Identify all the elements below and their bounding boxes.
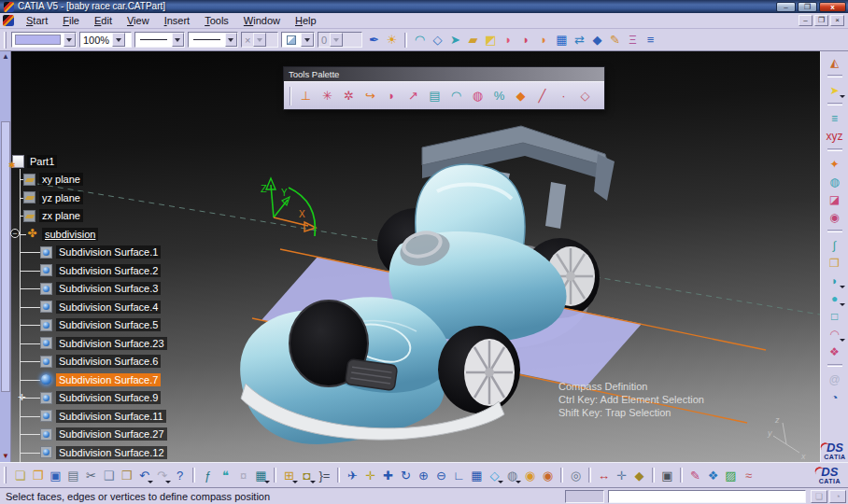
paste-icon[interactable]: ❒ <box>118 466 135 484</box>
zoom-in-icon[interactable]: ⊕ <box>415 466 432 484</box>
line-icon[interactable]: ╱ <box>533 87 551 105</box>
redo-icon[interactable]: ↷ <box>153 466 171 484</box>
menu-insert[interactable]: Insert <box>157 14 198 27</box>
globe-band-icon[interactable]: ◍ <box>825 173 845 190</box>
translate-arrow-icon[interactable]: ↪ <box>361 87 379 105</box>
formula-icon[interactable]: ƒ <box>199 466 217 484</box>
zoom-out-icon[interactable]: ⊖ <box>432 466 450 484</box>
fit-all-icon[interactable]: ✛ <box>361 466 379 484</box>
pink-patch-icon[interactable]: ❖ <box>825 343 845 360</box>
design-table-icon[interactable]: ▦ <box>252 466 270 484</box>
hatch-icon[interactable]: ▨ <box>722 466 740 484</box>
palette-grip[interactable] <box>290 87 291 105</box>
parameters-icon[interactable]: }= <box>316 466 333 484</box>
tree-item[interactable]: ✛ Subdivision Surface.6 <box>12 353 167 371</box>
tree-item[interactable]: ✛ Subdivision Surface.12 <box>12 443 167 462</box>
tree-scrollbar[interactable]: ▲ ▼ <box>0 51 11 462</box>
point-icon[interactable]: · <box>555 87 572 105</box>
manipulator-axis-icon[interactable]: ⊥ <box>297 87 315 105</box>
open-folder-icon[interactable]: ❐ <box>29 466 47 484</box>
new-icon[interactable]: ❏ <box>11 466 29 484</box>
tree-item[interactable]: ✛ Subdivision Surface.11 <box>12 407 167 426</box>
tree-item-part1[interactable]: Part1 <box>12 152 167 171</box>
menu-help[interactable]: Help <box>288 14 324 27</box>
tree-item-yz-plane[interactable]: yz plane <box>12 189 167 207</box>
inertia-icon[interactable]: ◆ <box>630 466 648 484</box>
tools-palette-titlebar[interactable]: Tools Palette <box>284 67 604 81</box>
chevron-down-icon[interactable] <box>225 33 237 47</box>
wizard-icon[interactable]: ☀ <box>383 31 401 49</box>
power-copy-icon[interactable]: ◔ <box>825 388 845 406</box>
fly-mode-icon[interactable]: ◭ <box>825 53 845 71</box>
opacity-select[interactable]: 100% <box>79 32 132 48</box>
surface-arrows-icon[interactable]: ⇄ <box>571 31 588 49</box>
collapse-icon[interactable]: − <box>10 229 20 238</box>
chevron-down-icon[interactable] <box>112 33 125 47</box>
apply-material-icon[interactable]: ✎ <box>686 466 704 484</box>
shaded-edges-icon[interactable]: ◉ <box>539 466 557 484</box>
material-icon[interactable]: ❖ <box>704 466 722 484</box>
dome-surface-icon[interactable]: ◠ <box>411 31 429 49</box>
camera-icon[interactable]: ▣ <box>658 466 676 484</box>
sphere-icon[interactable]: ● <box>825 289 845 307</box>
surface-lock-icon[interactable]: ▰ <box>464 31 482 49</box>
clamp-icon[interactable]: Ξ <box>624 31 642 49</box>
tree-item[interactable]: ✛ Subdivision Surface.7 <box>12 371 167 389</box>
select-arrow-icon[interactable]: ➤ <box>825 81 845 99</box>
tree-item-xy-plane[interactable]: xy plane <box>12 171 167 189</box>
search-sphere-icon[interactable]: ◉ <box>825 208 845 226</box>
tree-item[interactable]: ✛ Subdivision Surface.9 <box>12 389 167 408</box>
menu-file[interactable]: File <box>55 14 87 27</box>
lobes-icon[interactable]: ◠ <box>825 325 845 343</box>
constraint-icon[interactable]: ¤ <box>234 466 252 484</box>
measure-pencil-icon[interactable]: ✎ <box>606 31 624 49</box>
patch-surface-icon[interactable]: ◗ <box>825 272 845 289</box>
measure-icon[interactable]: ↔ <box>595 466 613 484</box>
command-input[interactable] <box>608 490 806 503</box>
minimize-button[interactable]: – <box>776 2 796 12</box>
menu-start[interactable]: Start <box>19 14 55 27</box>
star-axes-icon[interactable]: ✳ <box>318 87 336 105</box>
pan-icon[interactable]: ✚ <box>379 466 397 484</box>
surface-fold-icon[interactable]: ◆ <box>588 31 606 49</box>
shape-cursor-icon[interactable]: ➤ <box>446 31 464 49</box>
menu-view[interactable]: View <box>120 14 157 27</box>
fly-icon[interactable]: ✈ <box>344 466 361 484</box>
pick-frame-icon[interactable]: ↗ <box>404 87 422 105</box>
ratio-icon[interactable]: % <box>490 87 508 105</box>
mdi-restore-button[interactable]: ❐ <box>814 15 828 26</box>
axis-system-icon[interactable]: ✲ <box>340 87 358 105</box>
toolbar-grip[interactable] <box>4 467 7 483</box>
tree-item[interactable]: ✛ Subdivision Surface.27 <box>12 426 167 444</box>
sweep-swoosh-icon[interactable]: ◗ <box>383 87 401 105</box>
render-style-icon[interactable]: ◍ <box>503 466 521 484</box>
sweep-surface-2-icon[interactable]: ◗ <box>517 31 535 49</box>
copy-icon[interactable]: ❑ <box>100 466 118 484</box>
hook-tool-icon[interactable]: ∫ <box>825 236 845 254</box>
color-picker[interactable] <box>11 32 77 48</box>
sweep-surface-icon[interactable]: ◗ <box>500 31 517 49</box>
cube-outline-icon[interactable]: ◇ <box>576 87 594 105</box>
painter-icon[interactable]: ✒ <box>365 31 383 49</box>
turntable-icon[interactable]: ◎ <box>567 466 585 484</box>
curve-analysis-icon[interactable]: ≈ <box>740 466 757 484</box>
cube-search-icon[interactable]: ◇ <box>429 31 446 49</box>
snap-tool-icon[interactable]: ✦ <box>825 155 845 173</box>
dome-icon[interactable]: ◠ <box>447 87 465 105</box>
layer-select[interactable] <box>281 32 315 48</box>
menu-window[interactable]: Window <box>236 14 288 27</box>
mdi-minimize-button[interactable]: – <box>799 15 813 26</box>
sweep-point-icon[interactable]: ◗ <box>535 31 553 49</box>
measure-item-icon[interactable]: ✛ <box>613 466 630 484</box>
frame-icon[interactable]: □ <box>825 307 845 325</box>
undo-icon[interactable]: ↶ <box>135 466 153 484</box>
normal-view-icon[interactable]: ∟ <box>450 466 468 484</box>
save-icon[interactable]: ▣ <box>47 466 64 484</box>
close-button[interactable]: x <box>819 2 846 12</box>
help-icon[interactable]: ? <box>171 466 189 484</box>
tree-item[interactable]: ✛ Subdivision Surface.5 <box>12 316 167 335</box>
shaded-sphere-icon[interactable]: ◉ <box>521 466 539 484</box>
3d-viewport[interactable]: Z Y X z y x ▲ ▼ <box>0 51 820 462</box>
tree-item[interactable]: ✛ Subdivision Surface.4 <box>12 298 167 316</box>
spiral-icon[interactable]: @ <box>825 371 845 388</box>
